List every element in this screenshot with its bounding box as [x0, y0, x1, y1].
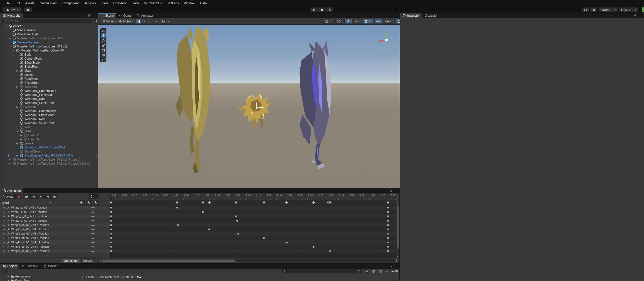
- hierarchy-row[interactable]: ▶SyncDancesPrefab PC (VRCFURY)›: [0, 154, 98, 158]
- lighting-toggle[interactable]: [344, 19, 352, 24]
- clip-dropdown[interactable]: руки1 ▼: [0, 200, 53, 205]
- menu-item-jobs[interactable]: Jobs: [130, 2, 141, 5]
- hierarchy-row[interactable]: ▼руки: [0, 129, 98, 133]
- property-row[interactable]: ▶WingL_d_00_JNT : Position: [0, 219, 110, 223]
- expand-arrow[interactable]: ▶: [20, 137, 22, 141]
- anim-play-button[interactable]: [37, 194, 44, 199]
- dopesheet-vertical-scrollbar[interactable]: ▼: [396, 206, 399, 258]
- expand-arrow[interactable]: ▼: [9, 44, 11, 48]
- menu-item-hoyotoon[interactable]: HoyoToon: [111, 2, 130, 5]
- lock-icon[interactable]: [389, 189, 392, 193]
- hierarchy-row[interactable]: Wing: [0, 125, 98, 129]
- expand-arrow[interactable]: ▶: [4, 233, 5, 235]
- snap-increment-toggle[interactable]: [148, 19, 154, 24]
- keyframe-diamond[interactable]: [387, 237, 389, 239]
- value-pill[interactable]: [91, 220, 95, 221]
- keyframe-diamond[interactable]: [387, 250, 389, 252]
- keyframe-diamond[interactable]: [201, 201, 204, 204]
- value-pill[interactable]: [91, 242, 95, 243]
- first-key-button[interactable]: [23, 194, 30, 199]
- hierarchy-row[interactable]: ▼Monster_W4_IronTombCore_00 1 (1): [0, 44, 98, 48]
- tab-game[interactable]: Game: [116, 13, 134, 18]
- menu-item-vrchat-sdk[interactable]: VRChat SDK: [142, 2, 165, 5]
- ruler-tool-dropdown[interactable]: ▼: [166, 19, 170, 24]
- snap-increment-dropdown[interactable]: ▼: [154, 19, 158, 24]
- transform-tool[interactable]: [101, 53, 106, 57]
- open-prefab-arrow[interactable]: ›: [96, 40, 97, 44]
- dopesheet-horizontal-scrollbar[interactable]: ◀: [98, 259, 395, 262]
- 2d-toggle[interactable]: 2D: [335, 19, 343, 24]
- hierarchy-row[interactable]: Weapon1_CameraRoot: [0, 89, 98, 93]
- tab-inspector[interactable]: Inspector: [400, 13, 422, 18]
- hierarchy-row[interactable]: ▶руки 2: [0, 141, 98, 145]
- hierarchy-row[interactable]: Directional Light: [0, 32, 98, 36]
- scale-tool[interactable]: [101, 43, 106, 48]
- hierarchy-row[interactable]: Weapon2_Root: [0, 117, 98, 121]
- type-filter-button[interactable]: [377, 269, 384, 274]
- value-pill[interactable]: [91, 246, 95, 247]
- expand-arrow[interactable]: ▶: [4, 224, 5, 226]
- folder-row[interactable]: ▶Animations: [0, 274, 79, 278]
- tab-console[interactable]: Console: [19, 264, 41, 269]
- expand-arrow[interactable]: ▶: [9, 162, 11, 166]
- expand-arrow[interactable]: ▼: [13, 48, 15, 53]
- dopesheet-key-area[interactable]: [110, 206, 396, 258]
- favorites-button[interactable]: ★: [384, 269, 390, 274]
- menu-item-window[interactable]: Window: [181, 2, 197, 5]
- dopesheet-button[interactable]: Dopesheet: [61, 258, 82, 263]
- value-pill[interactable]: [91, 238, 95, 239]
- hierarchy-row[interactable]: ▶Main: [0, 69, 98, 73]
- expand-arrow[interactable]: ▶: [4, 228, 5, 231]
- prev-key-button[interactable]: [30, 194, 37, 199]
- keyframe-diamond[interactable]: [109, 201, 112, 204]
- tab-animator[interactable]: Animator: [134, 13, 156, 18]
- expand-arrow[interactable]: ▶: [20, 133, 22, 137]
- cloud-button[interactable]: [24, 7, 32, 12]
- expand-arrow[interactable]: ▶: [4, 250, 5, 252]
- keyframe-diamond[interactable]: [237, 233, 239, 235]
- property-row[interactable]: ▶WingL_c_00_JNT : Position: [0, 214, 110, 218]
- expand-arrow[interactable]: ▶: [16, 69, 18, 73]
- open-prefab-arrow[interactable]: ›: [96, 154, 97, 158]
- persp-label[interactable]: Persp: [381, 48, 389, 52]
- keyframe-diamond[interactable]: [312, 245, 315, 248]
- menu-item-vrlabs[interactable]: VRLabs: [165, 2, 181, 5]
- breadcrumb-segment[interactable]: Assets: [85, 275, 95, 279]
- menu-item-help[interactable]: Help: [198, 2, 209, 5]
- key-row[interactable]: [110, 223, 396, 227]
- hierarchy-row[interactable]: EntityRoot: [0, 65, 98, 69]
- open-prefab-arrow[interactable]: ›: [96, 36, 97, 40]
- value-pill[interactable]: [91, 251, 95, 252]
- expand-arrow[interactable]: ▶: [4, 246, 5, 248]
- menu-item-tools[interactable]: Tools: [98, 2, 111, 5]
- hierarchy-row[interactable]: Main Camera: [0, 28, 98, 32]
- scene-viewport[interactable]: Persp: [98, 25, 400, 188]
- add-event-button[interactable]: [93, 200, 99, 205]
- tab-project[interactable]: Project: [0, 264, 19, 269]
- rotate-tool[interactable]: [101, 38, 106, 43]
- camera-settings-dropdown[interactable]: ▼: [384, 19, 394, 24]
- property-row[interactable]: ▶WingR_ba_00_JNT : Position: [0, 232, 110, 236]
- key-row[interactable]: [110, 219, 396, 223]
- layout-dropdown[interactable]: Layout ▼: [619, 7, 638, 12]
- keyframe-diamond[interactable]: [176, 207, 178, 209]
- pause-button[interactable]: [318, 7, 326, 12]
- kebab-menu-icon[interactable]: ⋮: [395, 259, 398, 262]
- expand-arrow[interactable]: ▶: [16, 85, 18, 89]
- hierarchy-row[interactable]: RootPoint: [0, 77, 98, 81]
- keyframe-diamond[interactable]: [387, 241, 389, 244]
- tab-animation[interactable]: Animation: [0, 188, 23, 193]
- value-pill[interactable]: [91, 212, 95, 213]
- keyframe-diamond[interactable]: [176, 201, 179, 204]
- hierarchy-row[interactable]: ▶Monster_W4_IronTombCore_00 1 (1) (Andro…: [0, 162, 98, 166]
- hierarchy-row[interactable]: ▶Monster_W4_IronTombCore_00 1›: [0, 36, 98, 40]
- toolbar-kebab[interactable]: ⋮: [394, 8, 397, 11]
- property-row[interactable]: ▶WingR_ab_00_JNT : Position: [0, 227, 110, 232]
- dopesheet-summary-row[interactable]: [110, 200, 396, 206]
- label-filter-button[interactable]: [371, 269, 377, 274]
- kebab-menu-icon[interactable]: ⋮: [395, 264, 398, 268]
- key-row[interactable]: [110, 214, 396, 218]
- view-hand-tool[interactable]: [101, 29, 106, 33]
- expand-arrow[interactable]: ▶: [9, 36, 11, 40]
- tab-occlusion[interactable]: Occlusion: [422, 13, 441, 18]
